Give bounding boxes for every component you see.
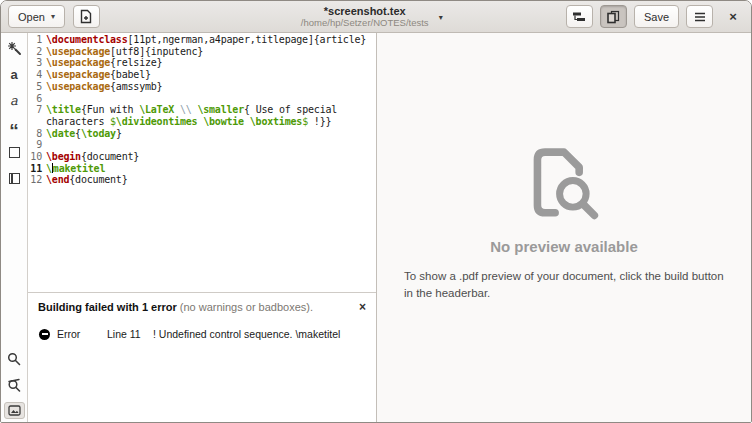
code-line[interactable]: 5\usepackage{amssymb}: [28, 81, 376, 93]
error-label: Error: [57, 328, 107, 340]
line-number: 1: [28, 34, 46, 46]
code-line[interactable]: 2\usepackage[utf8]{inputenc}: [28, 46, 376, 58]
code-text: characters $\divideontimes \bowtie \boxt…: [46, 116, 331, 128]
window-close-button[interactable]: ×: [722, 6, 744, 28]
image-panel-button[interactable]: [4, 402, 25, 419]
find-replace-icon: [7, 378, 21, 392]
code-text: \title{Fun with \LaTeX \\ \smaller{ Use …: [46, 104, 337, 116]
line-number: 5: [28, 81, 46, 93]
title-block: *screenshot.tex /home/hp/Setzer/NOTES/te…: [301, 5, 429, 29]
line-number: 3: [28, 57, 46, 69]
build-log-header: Building failed with 1 error (no warning…: [28, 293, 376, 313]
code-text: \end{document}: [46, 174, 128, 186]
line-number: 8: [28, 128, 46, 140]
code-area[interactable]: 1\documentclass[11pt,ngerman,a4paper,tit…: [28, 33, 376, 292]
code-line[interactable]: 11\maketitel: [28, 163, 376, 175]
chevron-down-icon: ▾: [51, 12, 55, 21]
italic-text-button[interactable]: a: [4, 92, 25, 109]
italic-icon: a: [10, 94, 18, 107]
build-log-icon: [572, 11, 586, 23]
find-replace-button[interactable]: [4, 376, 25, 393]
image-icon: [8, 405, 21, 416]
document-search-icon: [521, 140, 607, 230]
error-line: Line 11: [107, 328, 153, 340]
code-line[interactable]: 7\title{Fun with \LaTeX \\ \smaller{ Use…: [28, 104, 376, 116]
headerbar: Open ▾ *screenshot.tex /home/hp/Setzer/N…: [1, 1, 751, 33]
build-status-text: Building failed with 1 error: [38, 301, 177, 313]
code-text: \usepackage[utf8]{inputenc}: [46, 46, 203, 58]
code-line[interactable]: 8\date{\today}: [28, 128, 376, 140]
build-log-toggle-button[interactable]: [566, 5, 593, 28]
open-button[interactable]: Open ▾: [8, 5, 65, 28]
code-text: \usepackage{relsize}: [46, 57, 162, 69]
preview-empty-title: No preview available: [490, 238, 638, 255]
line-number: [28, 116, 46, 128]
code-text: \date{\today}: [46, 128, 122, 140]
search-button[interactable]: [4, 350, 25, 367]
line-number: 7: [28, 104, 46, 116]
close-icon: ×: [729, 9, 737, 24]
build-status-detail: (no warnings or badboxes).: [180, 301, 313, 313]
chevron-down-icon: ▾: [439, 13, 443, 22]
frame-icon: [9, 147, 20, 158]
quotes-icon: “: [9, 127, 19, 135]
frame-button[interactable]: [4, 144, 25, 161]
code-text: \usepackage{babel}: [46, 69, 151, 81]
line-number: 9: [28, 139, 46, 151]
menu-button[interactable]: [686, 5, 713, 28]
code-line[interactable]: 6: [28, 93, 376, 105]
margin-box-icon: [9, 173, 20, 184]
line-number: 4: [28, 69, 46, 81]
code-text: \usepackage{amssymb}: [46, 81, 162, 93]
code-text: \begin{document}: [46, 151, 139, 163]
code-text: \documentclass[11pt,ngerman,a4paper,titl…: [46, 34, 366, 46]
line-number: 12: [28, 174, 46, 186]
line-number: 6: [28, 93, 46, 105]
new-document-button[interactable]: [73, 5, 100, 28]
line-number: 2: [28, 46, 46, 58]
hamburger-menu-icon: [694, 12, 706, 22]
error-message: ! Undefined control sequence. \maketitel: [153, 328, 340, 340]
bold-text-button[interactable]: a: [4, 66, 25, 83]
document-title-menu[interactable]: *screenshot.tex /home/hp/Setzer/NOTES/te…: [301, 1, 443, 33]
document-path: /home/hp/Setzer/NOTES/tests: [301, 18, 429, 29]
document-title: *screenshot.tex: [301, 5, 429, 18]
code-line[interactable]: characters $\divideontimes \bowtie \boxt…: [28, 116, 376, 128]
sidebar-tool-column: a a “: [1, 33, 28, 422]
code-line[interactable]: 1\documentclass[11pt,ngerman,a4paper,tit…: [28, 34, 376, 46]
build-error-row[interactable]: Error Line 11 ! Undefined control sequen…: [28, 328, 376, 340]
code-line[interactable]: 4\usepackage{babel}: [28, 69, 376, 81]
save-button-label: Save: [644, 11, 669, 23]
wizard-button[interactable]: [4, 40, 25, 57]
preview-toggle-button[interactable]: [600, 5, 627, 28]
preview-pane: No preview available To show a .pdf prev…: [377, 33, 751, 422]
line-number: 10: [28, 151, 46, 163]
error-icon: [39, 329, 50, 340]
magic-wand-icon: [7, 41, 22, 56]
preview-empty-description: To show a .pdf preview of your document,…: [404, 268, 724, 301]
code-line[interactable]: 9: [28, 139, 376, 151]
code-text: \maketitel: [46, 163, 105, 175]
headerbar-right: Save ×: [566, 5, 744, 28]
line-number: 11: [28, 163, 46, 175]
app-window: Open ▾ *screenshot.tex /home/hp/Setzer/N…: [0, 0, 752, 423]
open-button-label: Open: [18, 11, 45, 23]
preview-pages-icon: [606, 10, 620, 24]
save-button[interactable]: Save: [634, 5, 679, 28]
margin-box-button[interactable]: [4, 170, 25, 187]
search-icon: [7, 352, 21, 366]
headerbar-left: Open ▾: [8, 5, 100, 28]
quotes-button[interactable]: “: [4, 118, 25, 135]
build-log-panel: Building failed with 1 error (no warning…: [28, 292, 376, 422]
editor-pane: 1\documentclass[11pt,ngerman,a4paper,tit…: [28, 33, 376, 422]
new-document-icon: [79, 9, 93, 24]
main-area: a a “: [1, 33, 751, 422]
bold-icon: a: [10, 68, 17, 81]
build-log-close-button[interactable]: ×: [359, 301, 366, 313]
code-line[interactable]: 12\end{document}: [28, 174, 376, 186]
code-line[interactable]: 10\begin{document}: [28, 151, 376, 163]
code-line[interactable]: 3\usepackage{relsize}: [28, 57, 376, 69]
